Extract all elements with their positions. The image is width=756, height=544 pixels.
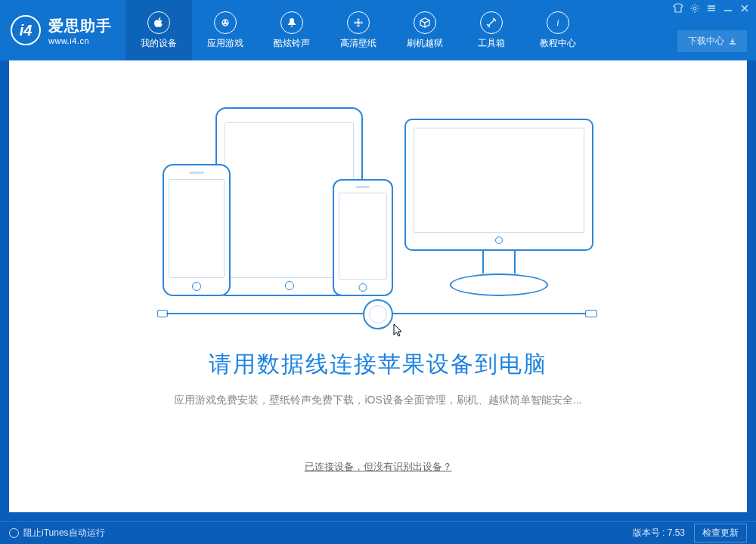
header: i4 爱思助手 www.i4.cn 我的设备 应用游戏 酷炫铃声 (0, 0, 756, 60)
menu-icon[interactable] (706, 3, 717, 14)
download-center-button[interactable]: 下载中心 (677, 30, 747, 52)
flower-icon (347, 11, 370, 34)
monitor-outline (404, 119, 593, 251)
toggle-circle-icon (9, 528, 19, 538)
sub-title: 应用游戏免费安装，壁纸铃声免费下载，iOS设备全面管理，刷机、越狱简单智能安全.… (174, 394, 581, 407)
nav-apps[interactable]: 应用游戏 (192, 0, 259, 60)
app-subtitle: www.i4.cn (48, 36, 112, 45)
close-icon[interactable] (739, 3, 750, 14)
footer: 阻止iTunes自动运行 版本号 : 7.53 检查更新 (0, 521, 756, 544)
content-area: 请用数据线连接苹果设备到电脑 应用游戏免费安装，壁纸铃声免费下载，iOS设备全面… (9, 60, 747, 512)
main-title: 请用数据线连接苹果设备到电脑 (209, 349, 547, 380)
help-link[interactable]: 已连接设备，但没有识别出设备？ (305, 460, 452, 474)
skin-icon[interactable] (673, 3, 683, 14)
svg-point-3 (357, 18, 360, 21)
nav: 我的设备 应用游戏 酷炫铃声 高清壁纸 刷机越狱 (125, 0, 591, 60)
appstore-icon (214, 11, 237, 34)
download-icon (729, 38, 736, 45)
svg-point-6 (360, 21, 363, 24)
settings-icon[interactable] (689, 3, 700, 14)
nav-my-device[interactable]: 我的设备 (125, 0, 192, 60)
cable-connector (363, 299, 393, 329)
cable-plug-left (157, 310, 168, 317)
info-icon: i (547, 11, 569, 34)
svg-point-5 (354, 21, 357, 24)
nav-flash[interactable]: 刷机越狱 (392, 0, 458, 60)
version-label: 版本号 : 7.53 (633, 527, 685, 539)
svg-point-0 (693, 7, 696, 10)
connect-illustration (136, 100, 620, 319)
tools-icon (480, 11, 503, 34)
app-title: 爱思助手 (48, 16, 112, 36)
iphone-small-outline (333, 179, 393, 296)
check-update-button[interactable]: 检查更新 (694, 524, 747, 542)
bell-icon (280, 11, 303, 34)
block-itunes-toggle[interactable]: 阻止iTunes自动运行 (9, 527, 105, 539)
nav-wallpapers[interactable]: 高清壁纸 (325, 0, 392, 60)
nav-ringtones[interactable]: 酷炫铃声 (259, 0, 325, 60)
iphone-large-outline (163, 164, 231, 296)
minimize-icon[interactable] (723, 3, 733, 14)
svg-point-2 (357, 21, 360, 24)
logo-icon: i4 (11, 15, 41, 45)
apple-icon (147, 11, 170, 34)
cable-plug-right (585, 310, 597, 317)
logo[interactable]: i4 爱思助手 www.i4.cn (0, 0, 125, 60)
svg-point-4 (357, 24, 360, 27)
box-icon (414, 11, 436, 34)
svg-text:i: i (556, 17, 559, 28)
titlebar (667, 0, 756, 17)
nav-tutorials[interactable]: i 教程中心 (525, 0, 591, 60)
cursor-icon (393, 323, 405, 338)
nav-toolbox[interactable]: 工具箱 (458, 0, 525, 60)
